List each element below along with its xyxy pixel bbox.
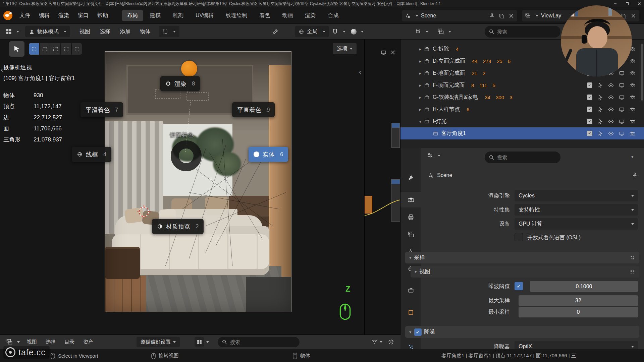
outliner-row[interactable]: ▸ H-大样节点 6 bbox=[400, 103, 644, 115]
checkbox-icon[interactable] bbox=[587, 82, 592, 88]
asset-menu-item[interactable]: 目录 bbox=[60, 337, 79, 347]
viewport-editor-type-button[interactable] bbox=[3, 26, 22, 37]
noise-threshold-field[interactable]: 0.1000 bbox=[530, 281, 638, 292]
checkbox-icon[interactable] bbox=[587, 95, 592, 100]
select-mode-extend[interactable] bbox=[40, 43, 50, 55]
outliner-row[interactable]: ▸ G-软装&洁具&家电 34 300 3 bbox=[400, 91, 644, 103]
tab-output[interactable] bbox=[400, 209, 421, 225]
workspace-tab[interactable]: 建模 bbox=[145, 10, 166, 21]
render-disable-icon[interactable] bbox=[630, 82, 635, 88]
render-disable-icon[interactable] bbox=[630, 70, 635, 76]
section-options-icon[interactable] bbox=[630, 255, 635, 260]
feature-set-dropdown[interactable]: 支持特性 bbox=[515, 204, 638, 216]
viewport-disable-icon[interactable] bbox=[619, 95, 625, 100]
render-disable-icon[interactable] bbox=[630, 95, 635, 100]
pie-item-render[interactable]: 渲染 8 bbox=[160, 76, 200, 91]
denoiser-dropdown[interactable]: OptiX bbox=[515, 341, 638, 349]
pin-icon[interactable] bbox=[632, 172, 638, 178]
copy-icon[interactable] bbox=[499, 13, 504, 19]
hide-eye-icon[interactable] bbox=[608, 131, 614, 136]
workspace-tab[interactable]: UV编辑 bbox=[190, 10, 219, 21]
blender-logo-icon[interactable] bbox=[3, 11, 12, 20]
asset-search[interactable] bbox=[218, 337, 300, 347]
transform-orientation-dropdown[interactable]: 全局 bbox=[295, 26, 329, 37]
hide-eye-icon[interactable] bbox=[608, 82, 614, 88]
checkbox-icon[interactable] bbox=[587, 119, 592, 124]
tab-render[interactable] bbox=[400, 192, 421, 207]
viewport-menu-item[interactable]: 物体 bbox=[135, 26, 155, 37]
properties-editor-type-button[interactable] bbox=[427, 152, 440, 159]
device-dropdown[interactable]: GPU 计算 bbox=[515, 218, 638, 230]
outliner-row[interactable]: ▸ F-顶面完成面 8 111 5 bbox=[400, 79, 644, 91]
unlink-icon[interactable] bbox=[508, 13, 514, 19]
checkbox-icon[interactable] bbox=[587, 131, 592, 136]
properties-search-input[interactable] bbox=[497, 155, 544, 160]
workspace-tab[interactable]: 纹理绘制 bbox=[220, 10, 253, 21]
workspace-tab[interactable]: 合成 bbox=[322, 10, 344, 21]
viewport-disable-icon[interactable] bbox=[619, 119, 625, 124]
workspace-tab[interactable]: 着色 bbox=[254, 10, 275, 21]
checkbox-icon[interactable] bbox=[587, 107, 592, 112]
outliner-display-mode-button[interactable] bbox=[435, 26, 454, 37]
collapsed-editor-strip[interactable] bbox=[365, 40, 400, 335]
denoise-checkbox[interactable] bbox=[414, 328, 422, 336]
viewport-subsection-header[interactable]: ▾ 视图 bbox=[411, 266, 639, 278]
pin-icon[interactable] bbox=[489, 13, 495, 19]
expand-toggle[interactable]: ▸ bbox=[417, 83, 424, 88]
toolbar-collapse-icon[interactable]: ‹ bbox=[1, 66, 3, 74]
noise-threshold-checkbox[interactable] bbox=[515, 282, 523, 290]
viewport-menu-item[interactable]: 添加 bbox=[115, 26, 135, 37]
viewport-disable-icon[interactable] bbox=[619, 131, 625, 136]
scene-selector[interactable]: Scene bbox=[402, 10, 517, 21]
menu-item[interactable]: 渲染 bbox=[54, 10, 73, 21]
thumbnail-view-button[interactable] bbox=[195, 337, 204, 347]
expand-toggle[interactable]: ▸ bbox=[417, 95, 424, 100]
viewport-disable-icon[interactable] bbox=[619, 82, 625, 88]
tab-tool[interactable] bbox=[400, 170, 421, 186]
outliner-search[interactable] bbox=[485, 26, 560, 38]
sidebar-collapse-icon[interactable]: ‹ bbox=[359, 68, 361, 76]
viewport-shading-dropdown[interactable] bbox=[348, 26, 366, 37]
outliner-editor-type-button[interactable] bbox=[412, 26, 431, 37]
mode-dropdown[interactable]: 物体模式 bbox=[25, 26, 70, 37]
filter-collapse-icon[interactable]: ▾ bbox=[631, 154, 634, 159]
maximize-icon[interactable] bbox=[625, 2, 629, 6]
workspace-tab[interactable]: 渲染 bbox=[300, 10, 321, 21]
render-disable-icon[interactable] bbox=[630, 107, 635, 112]
active-tool-button[interactable] bbox=[9, 41, 24, 57]
select-mode-new[interactable] bbox=[29, 43, 39, 55]
preset-list-icon[interactable] bbox=[630, 269, 635, 275]
viewport-menu-item[interactable]: 选择 bbox=[95, 26, 115, 37]
minimize-icon[interactable] bbox=[613, 2, 617, 6]
gear-icon[interactable] bbox=[388, 339, 394, 345]
pie-item-wireframe[interactable]: 线框 4 bbox=[72, 147, 111, 162]
menu-item[interactable]: 帮助 bbox=[93, 10, 112, 21]
filter-button[interactable] bbox=[372, 339, 382, 345]
viewport-disable-icon[interactable] bbox=[619, 70, 625, 76]
asset-menu-item[interactable]: 资产 bbox=[79, 337, 98, 347]
tab-view-layer[interactable] bbox=[400, 227, 421, 242]
tab-collection[interactable] bbox=[400, 283, 421, 298]
shader-node[interactable] bbox=[391, 123, 400, 148]
select-mode-subtract[interactable] bbox=[50, 43, 60, 55]
render-disable-icon[interactable] bbox=[630, 119, 635, 124]
menu-item[interactable]: 编辑 bbox=[35, 10, 54, 21]
pie-item-material-preview[interactable]: 材质预览 2 bbox=[152, 219, 204, 234]
expand-toggle[interactable]: ▸ bbox=[417, 47, 424, 52]
properties-panel[interactable]: ▾ Scene 渲染引擎 Cycles 特性集 支持特性 设备 GPU 计算 开… bbox=[400, 148, 644, 349]
workspace-tab[interactable]: 布局 bbox=[122, 10, 143, 21]
expand-toggle[interactable]: ▸ bbox=[417, 71, 424, 76]
selectable-cursor-icon[interactable] bbox=[597, 82, 603, 88]
pie-item-shade-smooth[interactable]: 平滑着色 7 bbox=[80, 102, 123, 117]
close-icon[interactable] bbox=[637, 2, 641, 6]
snap-toggle[interactable] bbox=[329, 26, 348, 37]
eyedropper-button[interactable] bbox=[269, 26, 281, 37]
menu-item[interactable]: 窗口 bbox=[73, 10, 93, 21]
pie-item-shade-flat[interactable]: 平直着色 9 bbox=[232, 102, 275, 117]
outliner-search-input[interactable] bbox=[497, 29, 544, 35]
tab-object[interactable] bbox=[400, 305, 421, 320]
selectable-cursor-icon[interactable] bbox=[597, 131, 603, 136]
selectable-cursor-icon[interactable] bbox=[597, 107, 603, 112]
sampling-section-header[interactable]: ▾ 采样 bbox=[405, 252, 639, 263]
pie-item-solid[interactable]: 实体 6 bbox=[249, 147, 288, 162]
